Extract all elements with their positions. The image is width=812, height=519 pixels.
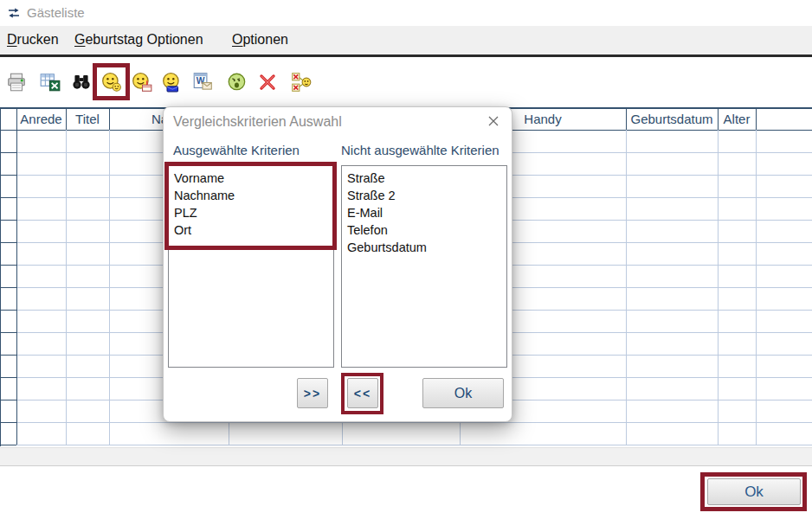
grid-line (1, 310, 16, 311)
selected-criteria-list[interactable]: VornameNachnamePLZOrt (168, 165, 334, 368)
column-header-anrede[interactable]: Anrede (16, 109, 66, 130)
grid-line (1, 377, 16, 378)
grid-line (1, 242, 16, 243)
grid-line (66, 109, 67, 130)
grid-line (1, 355, 16, 356)
grid-line (1, 332, 16, 333)
dialog-vergleichskriterien: Vergleichskriterien Auswahl Ausgewählte … (163, 106, 512, 422)
grid-line (1, 445, 16, 445)
list-item[interactable]: PLZ (174, 204, 333, 221)
column-header-geburtsdatum[interactable]: Geburtsdatum (626, 109, 718, 130)
unselected-criteria-label: Nicht ausgewählte Kriterien (341, 143, 499, 157)
grid-line (626, 109, 627, 130)
grid-line (756, 130, 757, 445)
search-icon[interactable] (70, 71, 93, 93)
list-item[interactable]: Telefon (347, 221, 506, 239)
grid-line (66, 130, 67, 445)
birthday-cake-smiley-icon[interactable] (131, 71, 153, 93)
indicator-column-line (16, 109, 17, 445)
merge-duplicates-icon[interactable] (290, 71, 313, 93)
status-bar (0, 447, 812, 466)
footer-ok-button[interactable]: Ok (707, 478, 801, 505)
excel-export-icon[interactable] (39, 71, 61, 93)
column-header-0[interactable] (1, 109, 16, 130)
grid-line (1, 197, 16, 198)
app-window: Gästeliste DruckenGeburtstag OptionenOpt… (0, 0, 812, 519)
delete-icon[interactable] (256, 71, 279, 93)
window-title: Gästeliste (27, 5, 85, 20)
serial-letter-icon[interactable]: W (191, 71, 214, 93)
print-icon[interactable] (5, 71, 28, 93)
list-item[interactable]: Straße 2 (347, 187, 506, 204)
app-logo-icon[interactable] (7, 6, 21, 20)
grid-line (718, 109, 719, 130)
column-header-alter[interactable]: Alter (718, 109, 756, 130)
birthday-letter-smiley-icon[interactable] (161, 71, 184, 93)
grid-line (16, 422, 812, 423)
selected-criteria-label: Ausgewählte Kriterien (173, 143, 300, 157)
menu-item-optionen[interactable]: Optionen (232, 32, 288, 48)
grid-line (109, 109, 110, 130)
grid-line (756, 109, 757, 130)
list-item[interactable]: Ort (174, 221, 333, 239)
grid-line (109, 130, 110, 445)
list-item[interactable]: Straße (347, 170, 506, 187)
title-bar: Gästeliste (0, 0, 812, 26)
dialog-ok-button[interactable]: Ok (422, 378, 504, 408)
move-left-button[interactable]: << (347, 378, 378, 408)
grid-line (1, 400, 16, 400)
move-right-button[interactable]: >> (297, 378, 328, 408)
list-item[interactable]: E-Mail (347, 204, 506, 221)
grid-line (718, 130, 719, 445)
grid-line (1, 175, 16, 176)
grid-line (1, 152, 16, 153)
column-header-9[interactable] (756, 109, 812, 130)
declined-guest-icon[interactable] (226, 71, 248, 93)
list-item[interactable]: Vorname (174, 170, 333, 187)
menu-item-drucken[interactable]: Drucken (7, 32, 59, 48)
grid-line (1, 220, 16, 221)
grid-line (1, 287, 16, 288)
close-icon[interactable] (487, 114, 500, 128)
menu-item-geburtstag-optionen[interactable]: Geburtstag Optionen (74, 32, 203, 48)
toolbar: W (0, 57, 812, 107)
dialog-title: Vergleichskriterien Auswahl (173, 114, 342, 130)
grid-line (1, 265, 16, 266)
grid-line (1, 422, 16, 423)
grid-line (626, 130, 627, 445)
grid-line (16, 445, 812, 445)
duplicate-search-icon[interactable] (100, 71, 123, 93)
list-item[interactable]: Geburtsdatum (347, 239, 506, 256)
list-item[interactable]: Nachname (174, 187, 333, 204)
unselected-criteria-list[interactable]: StraßeStraße 2E-MailTelefonGeburtsdatum (341, 165, 507, 368)
menu-bar: DruckenGeburtstag OptionenOptionen (0, 26, 812, 57)
column-header-titel[interactable]: Titel (66, 109, 109, 130)
